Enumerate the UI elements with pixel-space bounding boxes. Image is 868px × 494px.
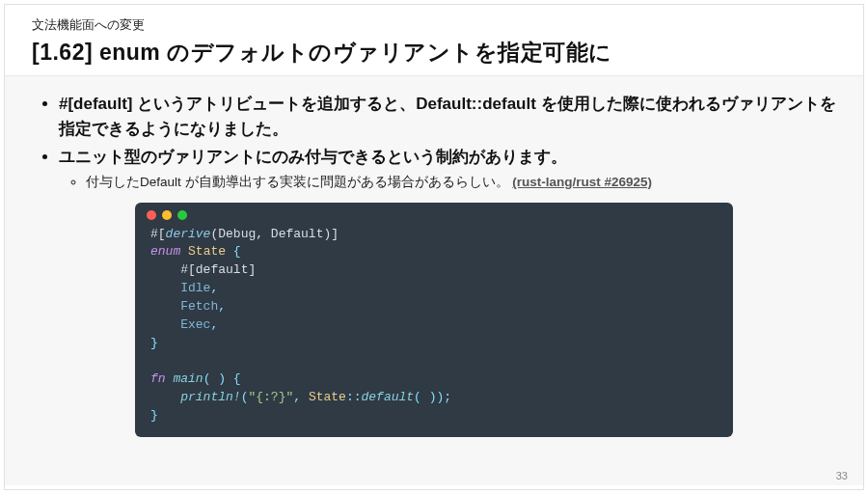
code-content: #[derive(Debug, Default)] enum State { #… <box>135 224 733 437</box>
code-tok: ( )); <box>414 390 451 404</box>
code-tok: fn <box>150 371 166 386</box>
close-icon <box>147 210 156 220</box>
code-tok: default <box>362 390 415 404</box>
bullet-item-1: #[default] というアトリビュートを追加すると、Default::def… <box>59 92 836 143</box>
code-tok: { <box>226 244 241 259</box>
code-tok: , <box>210 281 218 295</box>
sub-bullet-1: 付与したDefault が自動導出する実装に問題がある場合があるらしい。 (ru… <box>86 172 836 193</box>
code-titlebar <box>135 203 733 224</box>
code-tok: Exec <box>180 317 210 332</box>
sub-bullet-1-text: 付与したDefault が自動導出する実装に問題がある場合があるらしい。 <box>86 175 509 189</box>
code-tok: State <box>188 244 226 259</box>
slide: 文法機能面への変更 [1.62] enum のデフォルトのヴァリアントを指定可能… <box>4 4 864 490</box>
code-tok: Fetch <box>180 299 218 314</box>
slide-header: 文法機能面への変更 [1.62] enum のデフォルトのヴァリアントを指定可能… <box>5 5 863 76</box>
bullet-item-2: ユニット型のヴァリアントにのみ付与できるという制約があります。 付与したDefa… <box>59 145 836 193</box>
code-tok: , <box>293 390 309 404</box>
code-tok: main <box>173 371 203 386</box>
issue-link[interactable]: (rust-lang/rust #26925) <box>512 175 652 189</box>
slide-body: #[default] というアトリビュートを追加すると、Default::def… <box>5 76 863 485</box>
page-title: [1.62] enum のデフォルトのヴァリアントを指定可能に <box>32 38 836 68</box>
bullet-list: #[default] というアトリビュートを追加すると、Default::def… <box>32 92 836 193</box>
code-tok: :: <box>346 390 362 404</box>
supertitle: 文法機能面への変更 <box>32 16 836 34</box>
code-tok: #[default] <box>180 262 256 277</box>
bullet-item-2-text: ユニット型のヴァリアントにのみ付与できるという制約があります。 <box>59 148 567 166</box>
code-tok: (Debug, Default) <box>210 227 331 241</box>
code-tok: , <box>210 317 218 332</box>
page-number: 33 <box>836 470 848 481</box>
code-tok: derive <box>166 227 211 241</box>
code-block: #[derive(Debug, Default)] enum State { #… <box>135 203 733 437</box>
code-tok: } <box>150 408 158 423</box>
code-tok: } <box>150 336 158 350</box>
minimize-icon <box>162 210 172 220</box>
code-tok: println! <box>180 390 240 404</box>
sub-bullet-list: 付与したDefault が自動導出する実装に問題がある場合があるらしい。 (ru… <box>59 172 836 193</box>
code-tok: , <box>218 299 226 314</box>
code-tok: ( ) { <box>203 371 241 386</box>
maximize-icon <box>177 210 187 220</box>
code-tok: "{:?}" <box>248 390 293 404</box>
code-tok: ] <box>331 227 339 241</box>
code-tok: enum <box>150 244 180 259</box>
code-tok: Idle <box>180 281 210 295</box>
code-tok: #[ <box>150 227 166 241</box>
code-tok: State <box>309 390 346 404</box>
